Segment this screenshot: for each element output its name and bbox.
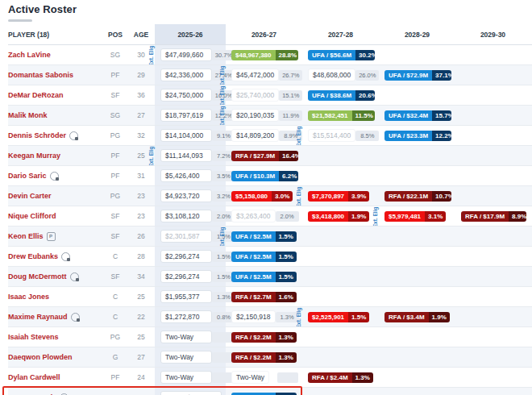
player-link[interactable]: DeMar DeRozan bbox=[8, 91, 64, 99]
age-cell: 28 bbox=[127, 247, 155, 266]
salary-cell-y2025: $3,108,1202.0% bbox=[155, 206, 226, 226]
player-cell: Dennis Schröder bbox=[8, 126, 103, 145]
player-link[interactable]: Nique Clifford bbox=[8, 212, 56, 220]
player-link[interactable]: Dario Saric bbox=[8, 172, 47, 180]
pos-cell: SG bbox=[103, 106, 127, 125]
badge-label: $48,967,380 bbox=[231, 50, 276, 60]
salary-cell-y2028 bbox=[379, 146, 455, 165]
pos-cell: PF bbox=[103, 368, 127, 387]
badge-pct: 1.5% bbox=[276, 231, 297, 242]
player-link[interactable]: Zach LaVine bbox=[8, 51, 51, 59]
badge-label: RFA / $2.2M bbox=[231, 352, 276, 363]
age-cell: 22 bbox=[127, 307, 155, 326]
fa-badge-darkred: RFA / $2.2M1.3% bbox=[231, 352, 297, 363]
salary-cell-y2025: $42,336,00027.4% bbox=[155, 65, 226, 85]
player-link[interactable]: Dennis Schröder bbox=[8, 131, 66, 139]
player-option-icon: P bbox=[47, 232, 56, 241]
salary-cell-y2029 bbox=[455, 327, 530, 347]
age-cell: 27 bbox=[127, 106, 155, 125]
fa-badge-darkred: RFA / $17.9M8.9% bbox=[461, 211, 526, 222]
badge-label: RFA / $2.4M bbox=[308, 372, 352, 383]
salary-cell-y2028 bbox=[379, 388, 455, 395]
salary-input[interactable]: $42,336,000 bbox=[160, 69, 212, 81]
age-cell: 25 bbox=[127, 146, 155, 165]
pos-cell: SF bbox=[103, 267, 127, 286]
player-link[interactable]: Keegan Murray bbox=[8, 152, 60, 160]
salary-cell-y2029 bbox=[455, 267, 530, 286]
salary-input[interactable]: $5,426,400 bbox=[160, 169, 212, 182]
salary-cell-y2027: $48,608,00026.0% bbox=[302, 65, 379, 85]
badge-label: UFA / $32.4M bbox=[384, 110, 432, 121]
title-underline bbox=[8, 19, 32, 22]
badge-pct: 1.5% bbox=[276, 272, 297, 282]
salary-input[interactable]: $11,144,093 bbox=[160, 149, 212, 162]
salary-input[interactable]: $24,750,000 bbox=[160, 89, 212, 102]
salary-cell-y2025: Ext. Elig.$47,499,66030.7% bbox=[155, 45, 226, 64]
badge-label: $5,158,080 bbox=[231, 191, 272, 202]
player-link[interactable]: Daeqwon Plowden bbox=[8, 353, 73, 361]
fa-badge-blue: UFA / $2.5M1.5% bbox=[231, 231, 297, 242]
salary-cell-y2028 bbox=[379, 247, 455, 266]
salary-cell-y2027 bbox=[302, 388, 379, 395]
fa-badge-blue: UFA / $10.3M6.2% bbox=[231, 171, 298, 181]
pos-cell: C bbox=[103, 287, 127, 306]
player-link[interactable]: Maxime Raynaud bbox=[8, 313, 68, 321]
player-link[interactable]: Malik Monk bbox=[8, 111, 48, 119]
salary-cell-y2029 bbox=[455, 307, 530, 326]
salary-input[interactable]: $2,301,587 bbox=[160, 230, 212, 243]
table-row: Dennis SchröderPG32$14,104,0009.1%$14,80… bbox=[8, 126, 532, 146]
salary-value: $45,472,000 bbox=[231, 69, 279, 81]
age-cell: 23 bbox=[127, 206, 155, 226]
salary-input[interactable]: $47,499,660 bbox=[160, 48, 212, 61]
salary-cell-y2028: UFA / $72.9M37.1% bbox=[379, 65, 455, 85]
salary-input[interactable]: $1,955,377 bbox=[160, 290, 212, 303]
player-link[interactable]: Keon Ellis bbox=[8, 232, 44, 240]
pct-chip: 26.0% bbox=[355, 70, 379, 81]
player-link[interactable]: Devin Carter bbox=[8, 192, 52, 200]
column-header-2026-27: 2026-27 bbox=[226, 24, 302, 44]
salary-cell-y2025: $2,296,2741.5% bbox=[155, 267, 226, 286]
salary-input[interactable]: $14,104,000 bbox=[160, 129, 212, 142]
salary-input[interactable]: Two-Way bbox=[160, 331, 212, 343]
age-cell: 36 bbox=[127, 85, 155, 105]
pct-chip bbox=[277, 372, 298, 383]
salary-input[interactable]: $1,272,870 bbox=[160, 310, 212, 323]
salary-cell-y2028 bbox=[379, 287, 455, 306]
player-link[interactable]: Dylan Cardwell bbox=[8, 373, 60, 381]
badge-label: $5,979,481 bbox=[384, 211, 425, 222]
pos-cell: PF bbox=[103, 65, 127, 85]
salary-input[interactable]: $0 bbox=[160, 391, 222, 395]
player-link[interactable]: Doug McDermott bbox=[8, 272, 67, 281]
player-link[interactable]: Isaac Jones bbox=[8, 293, 49, 301]
salary-cell-y2026: $2,150,9181.3% bbox=[226, 307, 302, 326]
salary-input[interactable]: $4,923,720 bbox=[160, 189, 212, 202]
salary-input[interactable]: Two-Way bbox=[160, 351, 212, 364]
salary-cell-y2029 bbox=[455, 368, 530, 387]
salary-cell-y2025: $1,272,8700.8% bbox=[155, 307, 226, 326]
table-row: Domantas SabonisPF29$42,336,00027.4%Ext.… bbox=[8, 65, 532, 85]
salary-input[interactable]: $2,296,274 bbox=[160, 250, 212, 263]
salary-cell-y2025: Two-Way bbox=[155, 327, 226, 347]
salary-input[interactable]: $18,797,619 bbox=[160, 109, 212, 122]
salary-cell-y2028 bbox=[379, 347, 455, 367]
player-link[interactable]: Domantas Sabonis bbox=[8, 71, 73, 79]
salary-input[interactable]: $3,108,120 bbox=[160, 210, 212, 222]
badge-pct: 1.5% bbox=[348, 312, 369, 322]
player-link[interactable]: Isaiah Stevens bbox=[8, 333, 59, 341]
pos-cell: PG bbox=[103, 126, 127, 145]
table-row: Nique CliffordSF23$3,108,1202.0%$3,263,4… bbox=[8, 206, 532, 227]
table-row: Dario SaricPF31$5,426,4003.5%UFA / $10.3… bbox=[8, 166, 532, 186]
column-header-2028-29: 2028-29 bbox=[379, 24, 455, 44]
player-link[interactable]: Drew Eubanks bbox=[8, 252, 58, 260]
salary-cell-y2028 bbox=[379, 227, 455, 246]
age-cell: 24 bbox=[127, 368, 155, 387]
fa-badge-blue: UFA / $2.5M1.5% bbox=[231, 272, 297, 282]
badge-label: UFA / $56.6M bbox=[308, 50, 355, 60]
salary-input[interactable]: Two-Way bbox=[160, 371, 212, 384]
pos-cell: PG bbox=[103, 186, 127, 206]
column-header-2025-26: 2025-26 bbox=[155, 24, 226, 44]
badge-label: UFA / $38.6M bbox=[308, 90, 355, 101]
salary-input[interactable]: $2,296,274 bbox=[160, 270, 212, 283]
salary-cell-y2028 bbox=[379, 85, 455, 105]
badge-pct: 1.9% bbox=[348, 211, 369, 222]
